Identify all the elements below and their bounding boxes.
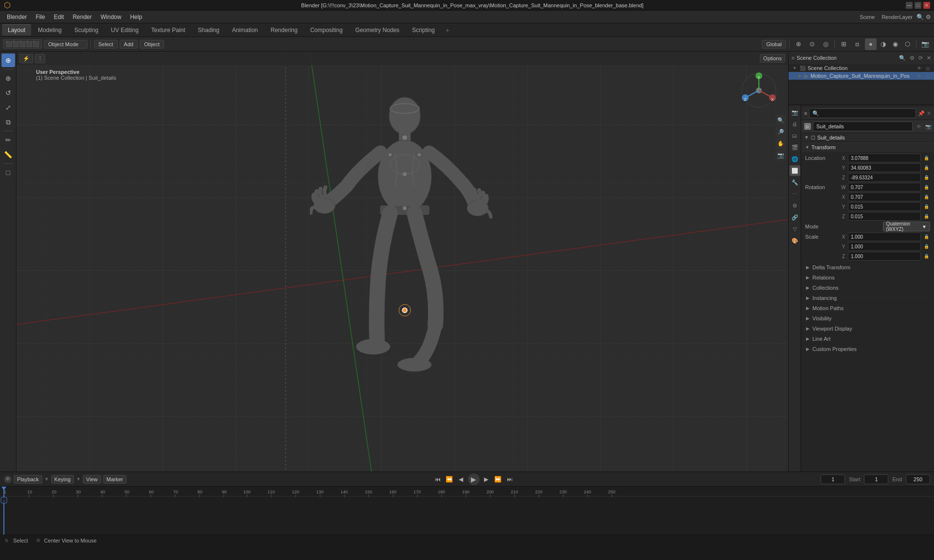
collections-section[interactable]: ▶ Collections (801, 282, 934, 293)
loc-z-lock[interactable]: 🔒 (922, 174, 930, 181)
vp-camera[interactable]: 📷 (775, 150, 786, 160)
tab-scripting[interactable]: Scripting (406, 24, 441, 35)
tool-annotate[interactable]: ✏ (1, 133, 15, 147)
tab-layout[interactable]: Layout (2, 24, 31, 35)
prop-object-icon[interactable]: ⬜ (790, 165, 800, 176)
shading-solid[interactable]: ● (865, 38, 877, 50)
scale-y-lock[interactable]: 🔒 (922, 243, 930, 250)
select-menu[interactable]: Select (94, 40, 118, 49)
add-menu[interactable]: Add (120, 40, 138, 49)
tab-texture-paint[interactable]: Texture Paint (145, 24, 191, 35)
object-menu[interactable]: Object (140, 40, 164, 49)
prop-particles-icon[interactable]: ⋯ (790, 189, 800, 199)
snap-icon[interactable]: ⊙ (806, 38, 818, 50)
jump-end-btn[interactable]: ⏭ (505, 474, 515, 484)
vp-pan[interactable]: ✋ (775, 138, 786, 149)
shading-rendered[interactable]: ◉ (889, 38, 901, 50)
vp-zoom-in[interactable]: 🔍 (775, 115, 786, 125)
tab-compositing[interactable]: Compositing (305, 24, 349, 35)
loc-x-field[interactable]: 3.07888 (848, 154, 921, 162)
line-art-section[interactable]: ▶ Line Art (801, 333, 934, 344)
keying-dropdown[interactable]: Keying (51, 475, 74, 484)
rot-y-field[interactable]: 0.015 (848, 202, 921, 211)
minimize-button[interactable]: — (906, 2, 913, 9)
prop-close-icon[interactable]: ✕ (927, 110, 931, 117)
tool-transform[interactable]: ⧉ (1, 115, 15, 129)
shading-wireframe[interactable]: ⬡ (901, 38, 913, 50)
prop-object-data-icon[interactable]: ▽ (790, 224, 800, 234)
prop-material-icon[interactable]: 🎨 (790, 235, 800, 246)
global-dropdown[interactable]: Global (762, 40, 786, 49)
scale-z-field[interactable]: 1.000 (848, 252, 921, 261)
prop-modifiers-icon[interactable]: 🔧 (790, 177, 800, 188)
rot-z-field[interactable]: 0.015 (848, 212, 921, 221)
play-btn[interactable]: ▶ (468, 473, 480, 485)
scale-y-field[interactable]: 1.000 (848, 242, 921, 251)
tab-rendering[interactable]: Rendering (265, 24, 303, 35)
current-frame-input[interactable] (821, 474, 845, 484)
options-button[interactable]: Options (760, 54, 785, 63)
prop-constraints-icon[interactable]: 🔗 (790, 212, 800, 223)
obj-pointer-icon[interactable]: ◎ (926, 73, 930, 79)
header-icon-2[interactable]: ⚙ (926, 14, 931, 20)
proportional-icon[interactable]: ◎ (820, 38, 831, 50)
outliner-close[interactable]: ✕ (927, 55, 931, 61)
outliner-sync[interactable]: ⟳ (918, 55, 923, 61)
obj-eye-icon[interactable]: 👁 (917, 73, 922, 79)
tab-shading[interactable]: Shading (192, 24, 225, 35)
outliner-object-item[interactable]: ▶ ▷ Motion_Capture_Suit_Mannequin_in_Pos… (789, 72, 934, 80)
loc-y-lock[interactable]: 🔒 (922, 164, 930, 172)
tool-measure[interactable]: 📏 (1, 148, 15, 161)
next-keyframe-btn[interactable]: ⏩ (493, 474, 503, 484)
prop-world-icon[interactable]: 🌐 (790, 154, 800, 164)
playback-dropdown[interactable]: Playback (14, 475, 42, 484)
loc-z-field[interactable]: -89.63324 (848, 173, 921, 182)
close-button[interactable]: ✕ (923, 2, 930, 9)
outliner-scene-collection[interactable]: ▼ ⬛ Scene Collection 👁 ◎ (789, 64, 934, 72)
shading-material[interactable]: ◑ (877, 38, 889, 50)
viewport-display-section[interactable]: ▶ Viewport Display (801, 323, 934, 333)
rot-x-lock[interactable]: 🔒 (922, 193, 930, 201)
rotation-mode-dropdown[interactable]: Quaternion (WXYZ) ▼ (883, 222, 931, 231)
prop-search-field[interactable]: 🔍 (809, 108, 916, 118)
transform-section-header[interactable]: ▼ Transform (801, 142, 934, 152)
tab-uv-editing[interactable]: UV Editing (105, 24, 144, 35)
menu-edit[interactable]: Edit (50, 13, 68, 21)
marker-dropdown[interactable]: Marker (103, 475, 126, 484)
step-forward-btn[interactable]: ▶ (482, 474, 491, 484)
maximize-button[interactable]: □ (915, 2, 921, 9)
timeline-clock-icon[interactable]: ⏱ (4, 475, 12, 483)
object-name-field[interactable]: Suit_details (813, 122, 913, 131)
prop-scene-icon[interactable]: 🎬 (790, 142, 800, 153)
scale-x-lock[interactable]: 🔒 (922, 233, 930, 241)
pointer-icon[interactable]: ◎ (926, 66, 930, 71)
prop-view-layer-icon[interactable]: 🗂 (790, 130, 800, 141)
rot-z-lock[interactable]: 🔒 (922, 212, 930, 220)
delta-transform-section[interactable]: ▶ Delta Transform (801, 262, 934, 272)
viewport-mode-btn[interactable]: ⚡ (19, 54, 33, 63)
scale-z-lock[interactable]: 🔒 (922, 252, 930, 260)
relations-section[interactable]: ▶ Relations (801, 272, 934, 282)
custom-properties-section[interactable]: ▶ Custom Properties (801, 344, 934, 354)
step-back-btn[interactable]: ◀ (456, 474, 466, 484)
tool-cursor[interactable]: ⊕ (1, 53, 15, 67)
tab-sculpting[interactable]: Sculpting (69, 24, 104, 35)
header-icon-1[interactable]: 🔍 (916, 14, 924, 20)
xray-icon[interactable]: ⧈ (851, 38, 863, 50)
window-controls[interactable]: — □ ✕ (906, 2, 930, 9)
tab-add-button[interactable]: + (442, 24, 453, 36)
instancing-section[interactable]: ▶ Instancing (801, 293, 934, 303)
end-frame-input[interactable] (906, 474, 930, 484)
frame-ruler-area[interactable]: 1 10 20 30 40 50 60 70 80 90 100 110 (0, 487, 934, 535)
menu-blender[interactable]: Blender (3, 13, 31, 21)
menu-window[interactable]: Window (97, 13, 126, 21)
camera-perspective[interactable]: 📷 (919, 38, 931, 50)
tab-modeling[interactable]: Modeling (32, 24, 68, 35)
view-layer-btn[interactable]: ⋮ (35, 54, 45, 63)
view-dropdown[interactable]: View (83, 475, 101, 484)
menu-file[interactable]: File (32, 13, 49, 21)
render-visibility-icon[interactable]: 📷 (925, 124, 931, 129)
tool-rotate[interactable]: ↺ (1, 86, 15, 100)
outliner-options[interactable]: ⚙ (910, 55, 915, 61)
visibility-section[interactable]: ▶ Visibility (801, 313, 934, 323)
